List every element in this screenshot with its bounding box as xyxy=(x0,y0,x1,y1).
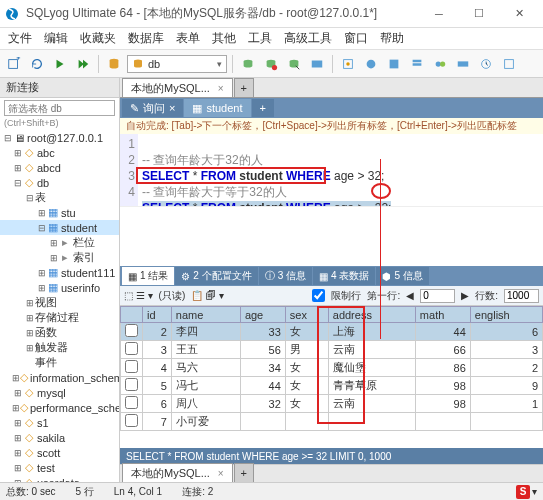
first-row-input[interactable] xyxy=(420,289,455,303)
annotation-arrow xyxy=(380,159,381,339)
limit-checkbox[interactable] xyxy=(312,289,325,302)
connection-header: 新连接 xyxy=(0,78,119,98)
conn-tab-bottom[interactable]: 本地的MySQL...× xyxy=(122,463,233,482)
result-tab-4[interactable]: ▦ 4 表数据 xyxy=(313,267,375,285)
readonly-label: (只读) xyxy=(159,289,186,303)
filter-hint: (Ctrl+Shift+B) xyxy=(0,118,119,128)
table-row[interactable]: 2李四33女上海446 xyxy=(121,323,543,341)
status-conns: 连接: 2 xyxy=(182,485,213,499)
annotation-box-1 xyxy=(136,167,326,184)
tool-icon-5[interactable] xyxy=(338,54,358,74)
menu-tools[interactable]: 工具 xyxy=(248,30,272,47)
db-tree[interactable]: ⊟🖥root@127.0.0.1 ⊞◇abc ⊞◇abcd ⊟◇db ⊟表 ⊞▦… xyxy=(0,128,119,482)
table-row[interactable]: 5冯七44女青青草原989 xyxy=(121,377,543,395)
sql-editor[interactable]: 1234 -- 查询年龄大于32的人 SELECT * FROM student… xyxy=(120,134,543,206)
bottom-conn-tabs: 本地的MySQL...× + xyxy=(120,464,543,482)
svg-point-10 xyxy=(346,62,350,66)
maximize-button[interactable]: ☐ xyxy=(459,0,499,28)
menu-help[interactable]: 帮助 xyxy=(380,30,404,47)
close-icon[interactable]: × xyxy=(218,83,224,94)
db-small-icon xyxy=(132,58,144,70)
execute-icon[interactable] xyxy=(50,54,70,74)
query-tab[interactable]: ✎ 询问 × xyxy=(122,99,183,117)
title-bar: SQLyog Ultimate 64 - [本地的MySQL服务器/db - r… xyxy=(0,0,543,28)
separator xyxy=(98,55,99,73)
svg-point-14 xyxy=(440,61,445,66)
close-button[interactable]: ✕ xyxy=(499,0,539,28)
tool-icon-12[interactable] xyxy=(499,54,519,74)
tool-icon-11[interactable] xyxy=(476,54,496,74)
menu-edit[interactable]: 编辑 xyxy=(44,30,68,47)
status-total: 总数: 0 sec xyxy=(6,485,55,499)
add-conn-bottom[interactable]: + xyxy=(234,463,254,482)
query-tabs: ✎ 询问 × ▦ student + xyxy=(120,98,543,118)
separator xyxy=(332,55,333,73)
result-tab-3[interactable]: ⓘ 3 信息 xyxy=(259,267,312,285)
result-tabs: ▦ 1 结果 ⚙ 2 个配置文件 ⓘ 3 信息 ▦ 4 表数据 ⬢ 5 信息 xyxy=(120,266,543,286)
status-rows: 5 行 xyxy=(75,485,93,499)
table-row[interactable]: 6周八32女云南981 xyxy=(121,395,543,413)
add-conn-tab[interactable]: + xyxy=(234,78,254,97)
editor-area: 本地的MySQL...× + ✎ 询问 × ▦ student + 自动完成: … xyxy=(120,78,543,482)
tool-icon-2[interactable] xyxy=(261,54,281,74)
add-query-tab[interactable]: + xyxy=(252,99,274,117)
menu-db[interactable]: 数据库 xyxy=(128,30,164,47)
db-icon[interactable] xyxy=(104,54,124,74)
app-logo-icon xyxy=(4,6,20,22)
query-status: SELECT * FROM student WHERE age >= 32 LI… xyxy=(120,448,543,464)
refresh-icon[interactable] xyxy=(27,54,47,74)
result-toolbar: ⬚ ☰ ▾ (只读) 📋 🗐 ▾ 限制行 第一行: ◀ ▶ 行数: xyxy=(120,286,543,306)
svg-point-11 xyxy=(367,59,376,68)
filter-input[interactable] xyxy=(4,100,115,116)
new-connection-icon[interactable] xyxy=(4,54,24,74)
svg-rect-8 xyxy=(312,60,323,67)
annotation-circle xyxy=(371,183,391,199)
menu-file[interactable]: 文件 xyxy=(8,30,32,47)
result-grid[interactable]: idnameagesexaddressmathenglish2李四33女上海44… xyxy=(120,306,543,448)
object-browser: 新连接 (Ctrl+Shift+B) ⊟🖥root@127.0.0.1 ⊞◇ab… xyxy=(0,78,120,482)
tool-icon-8[interactable] xyxy=(407,54,427,74)
window-title: SQLyog Ultimate 64 - [本地的MySQL服务器/db - r… xyxy=(26,5,419,22)
autocomplete-hint: 自动完成: [Tab]->下一个标签，[Ctrl+Space]->列出所有标签，… xyxy=(120,118,543,134)
menu-window[interactable]: 窗口 xyxy=(344,30,368,47)
database-selector[interactable]: db ▾ xyxy=(127,55,227,73)
tool-icon-7[interactable] xyxy=(384,54,404,74)
svg-point-6 xyxy=(272,64,277,69)
tool-icon-4[interactable] xyxy=(307,54,327,74)
brand-badge: S▾ xyxy=(516,485,537,499)
menu-advtools[interactable]: 高级工具 xyxy=(284,30,332,47)
svg-rect-1 xyxy=(9,59,18,68)
connection-tabs: 本地的MySQL...× + xyxy=(120,78,543,98)
conn-tab[interactable]: 本地的MySQL...× xyxy=(122,78,233,97)
tool-icon-10[interactable] xyxy=(453,54,473,74)
tool-icon-6[interactable] xyxy=(361,54,381,74)
result-tab-2[interactable]: ⚙ 2 个配置文件 xyxy=(175,267,257,285)
execute-all-icon[interactable] xyxy=(73,54,93,74)
menu-bar: 文件 编辑 收藏夹 数据库 表单 其他 工具 高级工具 窗口 帮助 xyxy=(0,28,543,50)
tool-icon-3[interactable] xyxy=(284,54,304,74)
status-pos: Ln 4, Col 1 xyxy=(114,486,162,497)
minimize-button[interactable]: ─ xyxy=(419,0,459,28)
main-toolbar: db ▾ xyxy=(0,50,543,78)
editor-blank xyxy=(120,206,543,266)
table-row[interactable]: 7小可爱 xyxy=(121,413,543,431)
svg-rect-17 xyxy=(505,59,514,68)
table-row[interactable]: 3王五56男云南663 xyxy=(121,341,543,359)
svg-rect-12 xyxy=(390,59,399,68)
tool-icon-1[interactable] xyxy=(238,54,258,74)
chevron-down-icon: ▾ xyxy=(217,59,222,69)
menu-fav[interactable]: 收藏夹 xyxy=(80,30,116,47)
menu-other[interactable]: 其他 xyxy=(212,30,236,47)
svg-rect-15 xyxy=(458,61,469,66)
separator xyxy=(232,55,233,73)
menu-table[interactable]: 表单 xyxy=(176,30,200,47)
result-tab-5[interactable]: ⬢ 5 信息 xyxy=(376,267,428,285)
table-tab[interactable]: ▦ student xyxy=(184,99,250,117)
status-bar: 总数: 0 sec 5 行 Ln 4, Col 1 连接: 2 S▾ xyxy=(0,482,543,500)
row-count-input[interactable] xyxy=(504,289,539,303)
tool-icon-9[interactable] xyxy=(430,54,450,74)
result-tab-1[interactable]: ▦ 1 结果 xyxy=(122,267,174,285)
table-row[interactable]: 4马六34女魔仙堡862 xyxy=(121,359,543,377)
